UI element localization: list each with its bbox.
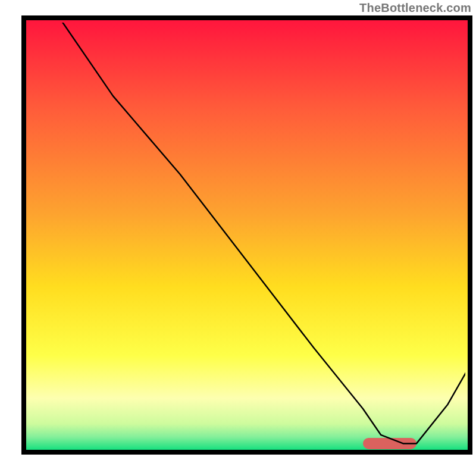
attribution-label: TheBottleneck.com [359,1,471,15]
plot-background [26,20,468,450]
bottleneck-chart [0,0,476,476]
chart-frame: TheBottleneck.com [0,0,476,476]
